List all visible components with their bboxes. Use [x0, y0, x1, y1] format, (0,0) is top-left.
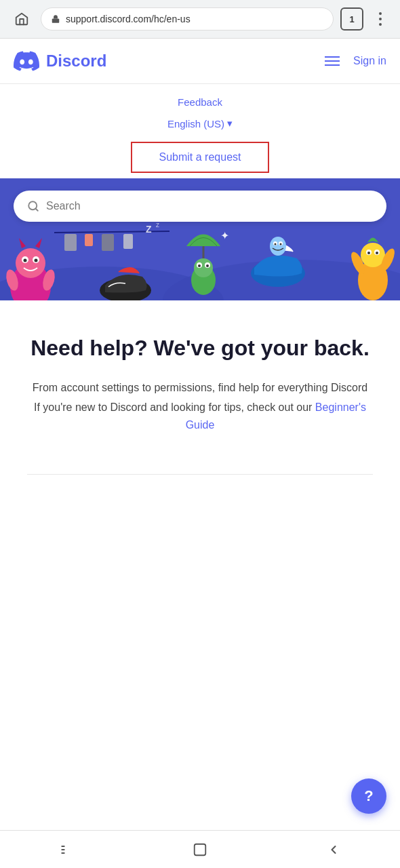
svg-text:✦: ✦ [220, 230, 229, 241]
svg-point-39 [275, 243, 277, 245]
section-divider [27, 474, 373, 475]
svg-rect-0 [52, 18, 60, 22]
svg-point-45 [367, 252, 370, 254]
svg-rect-12 [123, 234, 133, 249]
svg-point-33 [206, 264, 209, 267]
main-desc-2-text: If you're new to Discord and looking for… [34, 401, 312, 413]
question-mark-icon: ? [364, 787, 373, 805]
search-bar[interactable] [14, 191, 386, 222]
feedback-link[interactable]: Feedback [178, 96, 222, 108]
hero-banner: Z z [0, 178, 400, 300]
svg-point-40 [280, 243, 282, 245]
lock-icon [51, 14, 60, 24]
discord-wordmark: Discord [46, 52, 106, 71]
browser-home-button[interactable] [9, 7, 34, 31]
hero-illustration: Z z [0, 212, 400, 300]
svg-point-19 [24, 259, 27, 262]
help-fab-button[interactable]: ? [351, 778, 386, 814]
main-content: Need help? We've got your back. From acc… [0, 300, 400, 460]
search-icon [27, 200, 39, 212]
nav-bar: Discord Sign in [0, 39, 400, 84]
svg-text:Z: Z [146, 224, 152, 235]
svg-point-46 [376, 252, 378, 254]
svg-marker-21 [19, 238, 26, 248]
bottom-section [0, 460, 400, 488]
chevron-down-icon: ▾ [227, 117, 233, 130]
svg-point-32 [198, 264, 201, 267]
discord-logo[interactable]: Discord [14, 48, 106, 74]
url-text: support.discord.com/hc/en-us [66, 14, 191, 24]
svg-point-16 [16, 248, 45, 278]
svg-line-5 [35, 208, 37, 210]
more-options-button[interactable] [370, 9, 391, 29]
browser-chrome: support.discord.com/hc/en-us 1 [0, 0, 400, 39]
svg-point-29 [194, 258, 213, 277]
main-desc-2: If you're new to Discord and looking for… [20, 399, 380, 433]
menu-area: Feedback English (US) ▾ Submit a request [0, 84, 400, 178]
android-nav-bar [0, 830, 400, 868]
language-label: English (US) [167, 118, 224, 130]
submit-request-button[interactable]: Submit a request [131, 142, 270, 173]
android-home-button[interactable] [180, 836, 220, 863]
search-bar-wrapper [14, 191, 386, 222]
address-bar[interactable]: support.discord.com/hc/en-us [41, 7, 334, 31]
svg-point-1 [379, 12, 382, 15]
svg-rect-9 [64, 234, 77, 251]
svg-point-2 [379, 18, 382, 20]
svg-rect-11 [102, 234, 114, 251]
tab-count-button[interactable]: 1 [340, 7, 363, 31]
hamburger-menu-icon[interactable] [325, 56, 340, 66]
svg-point-42 [361, 243, 385, 267]
android-menu-button[interactable] [46, 836, 87, 863]
android-back-button[interactable] [313, 836, 354, 863]
svg-rect-10 [85, 234, 93, 246]
language-selector[interactable]: English (US) ▾ [167, 117, 233, 130]
svg-point-3 [379, 23, 382, 26]
discord-logo-icon [14, 48, 39, 74]
nav-right: Sign in [325, 55, 386, 67]
svg-rect-52 [195, 844, 206, 855]
main-desc: From account settings to permissions, fi… [20, 379, 380, 397]
svg-point-20 [35, 259, 38, 262]
sign-in-link[interactable]: Sign in [353, 55, 386, 67]
main-heading: Need help? We've got your back. [20, 334, 380, 363]
svg-marker-22 [35, 238, 42, 248]
svg-line-8 [54, 231, 169, 233]
svg-text:z: z [156, 221, 159, 229]
search-input[interactable] [46, 200, 373, 212]
svg-point-36 [270, 237, 286, 256]
